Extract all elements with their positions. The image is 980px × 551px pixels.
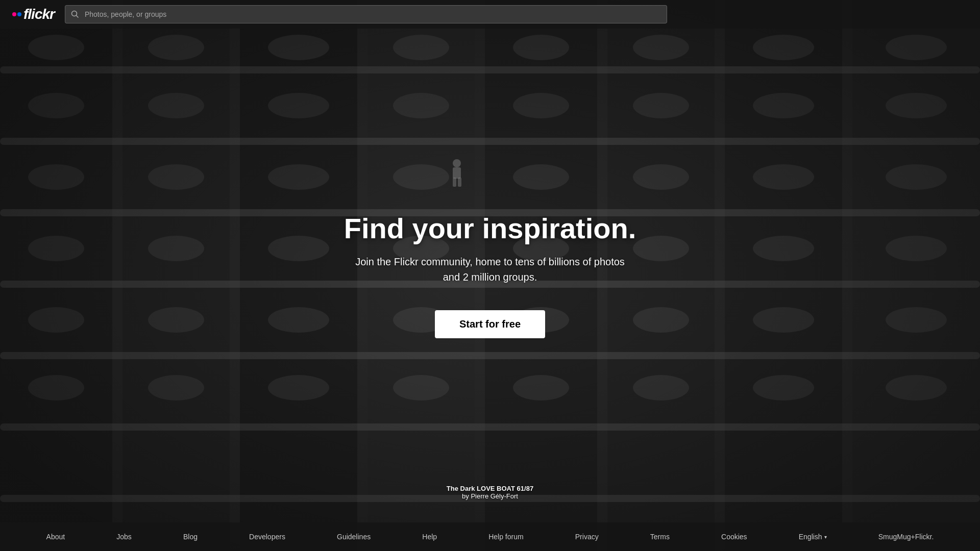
- photo-author: by Pierre Gély-Fort: [447, 492, 533, 500]
- logo-pink-dot: [12, 12, 16, 16]
- help-forum-link[interactable]: Help forum: [488, 533, 523, 541]
- cookies-link[interactable]: Cookies: [721, 533, 747, 541]
- blog-link[interactable]: Blog: [183, 533, 198, 541]
- photo-title: The Dark LOVE BOAT 61/87: [447, 485, 533, 492]
- svg-line-77: [76, 16, 78, 18]
- photo-credit: The Dark LOVE BOAT 61/87 by Pierre Gély-…: [447, 485, 533, 500]
- hero-subtitle: Join the Flickr community, home to tens …: [352, 254, 628, 285]
- photo-author-name: Pierre Gély-Fort: [471, 492, 518, 500]
- navbar: flickr: [0, 0, 980, 29]
- hero-section: Find your inspiration. Join the Flickr c…: [0, 0, 980, 522]
- logo-text[interactable]: flickr: [23, 6, 55, 22]
- photo-author-prefix: by: [462, 492, 471, 500]
- start-for-free-button[interactable]: Start for free: [435, 310, 545, 338]
- help-link[interactable]: Help: [422, 533, 437, 541]
- guidelines-link[interactable]: Guidelines: [337, 533, 371, 541]
- search-icon: [71, 10, 79, 18]
- footer: About Jobs Blog Developers Guidelines He…: [0, 522, 980, 551]
- terms-link[interactable]: Terms: [650, 533, 670, 541]
- jobs-link[interactable]: Jobs: [116, 533, 132, 541]
- about-link[interactable]: About: [46, 533, 65, 541]
- search-input[interactable]: [65, 5, 667, 23]
- language-label: English: [799, 533, 822, 541]
- language-selector[interactable]: English ▾: [799, 533, 827, 541]
- logo-dots: [12, 12, 21, 16]
- privacy-link[interactable]: Privacy: [575, 533, 599, 541]
- smugmug-label: SmugMug+Flickr.: [878, 533, 934, 541]
- chevron-down-icon: ▾: [824, 534, 827, 540]
- logo-container[interactable]: flickr: [12, 6, 55, 22]
- hero-title: Find your inspiration.: [344, 213, 636, 244]
- developers-link[interactable]: Developers: [249, 533, 285, 541]
- search-container: [65, 5, 667, 23]
- logo-blue-dot: [17, 12, 21, 16]
